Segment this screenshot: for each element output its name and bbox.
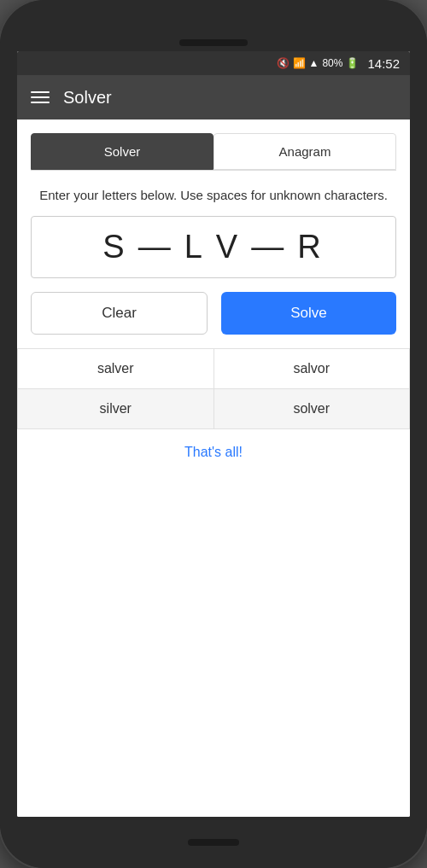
letter-dash-2: — bbox=[251, 229, 287, 265]
speaker bbox=[179, 39, 248, 46]
instructions-text: Enter your letters below. Use spaces for… bbox=[17, 171, 410, 216]
letter-s: S bbox=[102, 229, 127, 265]
phone-frame: 🔇 📶 ▲ 80% 🔋 14:52 Solver Solver bbox=[0, 0, 427, 868]
battery-percent: 80% bbox=[322, 57, 342, 69]
result-cell: solver bbox=[214, 388, 410, 428]
clear-button[interactable]: Clear bbox=[31, 292, 208, 335]
end-message: That's all! bbox=[17, 429, 410, 475]
result-cell: salvor bbox=[214, 348, 410, 388]
results-table: salver salvor silver solver bbox=[17, 348, 410, 429]
hamburger-menu-icon[interactable] bbox=[31, 91, 50, 103]
tab-bar: Solver Anagram bbox=[31, 133, 396, 171]
tab-solver[interactable]: Solver bbox=[31, 133, 214, 170]
solve-button[interactable]: Solve bbox=[221, 292, 396, 335]
letter-display[interactable]: S — L V — R bbox=[31, 216, 396, 278]
tab-anagram[interactable]: Anagram bbox=[214, 133, 396, 170]
bluetooth-icon: 🔇 bbox=[277, 57, 290, 69]
status-bar: 🔇 📶 ▲ 80% 🔋 14:52 bbox=[17, 51, 410, 75]
screen: 🔇 📶 ▲ 80% 🔋 14:52 Solver Solver bbox=[17, 51, 410, 817]
button-row: Clear Solve bbox=[31, 292, 396, 335]
phone-top-bar bbox=[0, 0, 427, 51]
letter-r: R bbox=[297, 229, 324, 265]
app-toolbar: Solver bbox=[17, 75, 410, 119]
letter-v: V bbox=[216, 229, 241, 265]
main-content: Solver Anagram Enter your letters below.… bbox=[17, 119, 410, 817]
signal-icon: ▲ bbox=[309, 57, 319, 69]
letter-dash-1: — bbox=[138, 229, 174, 265]
letter-l: L bbox=[184, 229, 206, 265]
result-cell: silver bbox=[18, 388, 214, 428]
result-cell: salver bbox=[18, 348, 214, 388]
table-row: silver solver bbox=[18, 388, 410, 428]
phone-bottom bbox=[0, 817, 427, 868]
battery-icon: 🔋 bbox=[346, 57, 359, 69]
wifi-icon: 📶 bbox=[293, 57, 306, 69]
status-icons: 🔇 📶 ▲ 80% 🔋 bbox=[277, 57, 360, 69]
home-button[interactable] bbox=[188, 839, 239, 846]
status-time: 14:52 bbox=[367, 56, 400, 71]
toolbar-title: Solver bbox=[63, 88, 112, 108]
table-row: salver salvor bbox=[18, 348, 410, 388]
